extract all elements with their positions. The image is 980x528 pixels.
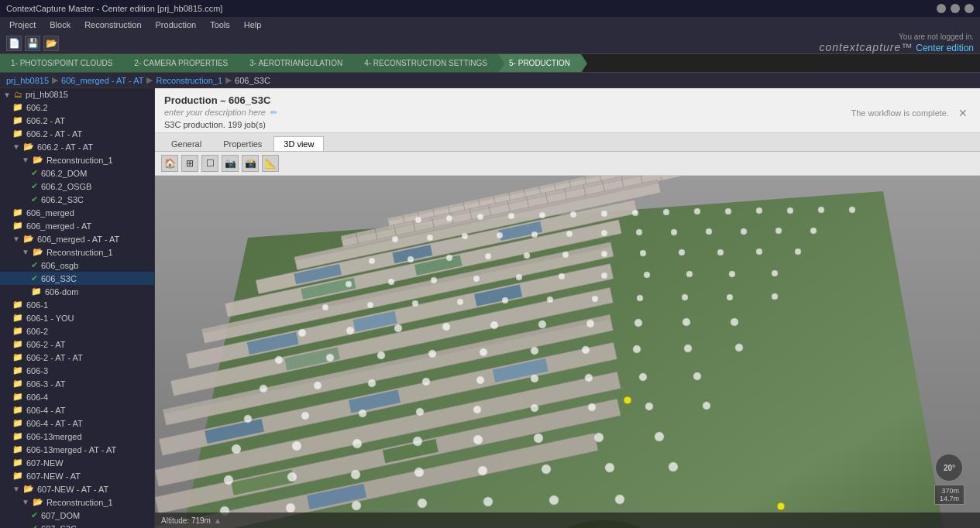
tree-item-15[interactable]: 📁 606-1 bbox=[0, 298, 154, 311]
scale-indicator: 370m 14.7m bbox=[934, 485, 965, 505]
svg-point-118 bbox=[346, 281, 352, 287]
tree-item-8[interactable]: 📁 606_merged bbox=[0, 206, 154, 219]
tree-item-20[interactable]: 📁 606-3 bbox=[0, 364, 154, 377]
tree-item-12[interactable]: ✔ 606_osgb bbox=[0, 259, 154, 272]
menu-production[interactable]: Production bbox=[150, 19, 203, 31]
screenshot-button[interactable]: 📸 bbox=[242, 155, 259, 172]
tree-item-17[interactable]: 📁 606-2 bbox=[0, 324, 154, 338]
tree-root[interactable]: ▼ 🗂 prj_hb0815 bbox=[0, 88, 154, 101]
tree-item-6[interactable]: ✔ 606.2_OSGB bbox=[0, 180, 154, 193]
svg-point-117 bbox=[795, 249, 801, 255]
svg-point-158 bbox=[684, 345, 692, 352]
tab-general[interactable]: General bbox=[161, 136, 211, 151]
minimize-button[interactable] bbox=[937, 4, 946, 13]
window-controls bbox=[937, 4, 974, 13]
svg-point-108 bbox=[446, 255, 452, 261]
tab-recon[interactable]: 4- RECONSTRUCTION SETTINGS bbox=[353, 54, 498, 72]
tree-item-7[interactable]: ✔ 606.2_S3C bbox=[0, 193, 154, 206]
tab-production[interactable]: 5- PRODUCTION bbox=[498, 54, 581, 72]
close-button[interactable] bbox=[965, 4, 974, 13]
tree-item-18[interactable]: 📁 606-2 - AT bbox=[0, 338, 154, 351]
tree-item-13[interactable]: ✔ 606_S3C bbox=[0, 272, 154, 285]
production-description[interactable]: enter your description here bbox=[164, 108, 266, 117]
svg-point-177 bbox=[703, 402, 710, 410]
grid-view-button[interactable]: ⊞ bbox=[181, 155, 198, 172]
tree-item-25[interactable]: 📁 606-13merged bbox=[0, 430, 154, 443]
maximize-button[interactable] bbox=[951, 4, 960, 13]
tree-root-label: prj_hb0815 bbox=[26, 90, 68, 99]
svg-point-114 bbox=[679, 249, 685, 255]
breadcrumb-item-2[interactable]: Reconstruction_1 bbox=[156, 76, 222, 85]
tree-item-24[interactable]: 📁 606-4 - AT - AT bbox=[0, 417, 154, 430]
sub-tabs: General Properties 3D view bbox=[155, 133, 980, 152]
menu-reconstruction[interactable]: Reconstruction bbox=[78, 19, 147, 31]
open-button[interactable]: 📂 bbox=[43, 36, 59, 51]
tree-item-14[interactable]: 📁 606-dom bbox=[0, 285, 154, 298]
tab-properties[interactable]: Properties bbox=[213, 136, 272, 151]
tree-item-16[interactable]: 📁 606-1 - YOU bbox=[0, 311, 154, 324]
svg-point-93 bbox=[392, 236, 398, 242]
tab-camera[interactable]: 2- CAMERA PROPERTIES bbox=[123, 54, 239, 72]
svg-point-155 bbox=[531, 347, 538, 355]
tree-item-9[interactable]: 📁 606_merged - AT bbox=[0, 219, 154, 232]
ruler-button[interactable]: 📐 bbox=[262, 155, 279, 172]
workflow-notification-close[interactable]: ✕ bbox=[958, 107, 968, 119]
svg-point-104 bbox=[775, 228, 782, 234]
home-view-button[interactable]: 🏠 bbox=[161, 155, 178, 172]
tree-item-0[interactable]: 📁 606.2 bbox=[0, 101, 154, 114]
svg-point-197 bbox=[418, 499, 427, 508]
svg-point-132 bbox=[457, 299, 463, 305]
brand-area: You are not logged in. contextcapture™ C… bbox=[819, 33, 974, 53]
tree-item-21[interactable]: 📁 606-3 - AT bbox=[0, 377, 154, 390]
menu-project[interactable]: Project bbox=[3, 19, 42, 31]
menu-help[interactable]: Help bbox=[238, 19, 268, 31]
svg-point-78 bbox=[415, 217, 421, 223]
tab-photos[interactable]: 1- PHOTOS/POINT CLOUDS bbox=[0, 54, 123, 72]
svg-point-130 bbox=[367, 302, 373, 308]
svg-point-120 bbox=[431, 277, 437, 283]
tree-item-30[interactable]: ▼ 📂 Reconstruction_1 bbox=[0, 495, 154, 509]
edit-description-button[interactable]: ✏ bbox=[270, 108, 277, 118]
svg-point-185 bbox=[655, 432, 664, 441]
svg-point-95 bbox=[462, 233, 468, 239]
svg-point-86 bbox=[663, 209, 669, 215]
svg-point-201 bbox=[624, 396, 631, 404]
breadcrumb-item-0[interactable]: prj_hb0815 bbox=[6, 76, 49, 85]
svg-point-184 bbox=[594, 433, 603, 442]
tree-item-28[interactable]: 📁 607-NEW - AT bbox=[0, 469, 154, 482]
tree-item-3[interactable]: ▼ 📂 606.2 - AT - AT bbox=[0, 140, 154, 153]
3d-viewport[interactable]: 20° 370m 14.7m Altitude: 719m ▲ bbox=[155, 176, 980, 528]
tree-item-4[interactable]: ▼ 📂 Reconstruction_1 bbox=[0, 153, 154, 166]
tree-item-10[interactable]: ▼ 📂 606_merged - AT - AT bbox=[0, 232, 154, 245]
svg-point-107 bbox=[407, 256, 414, 262]
tree-item-2[interactable]: 📁 606.2 - AT - AT bbox=[0, 127, 154, 140]
new-button[interactable]: 📄 bbox=[6, 36, 22, 51]
camera-button[interactable]: 📷 bbox=[222, 155, 239, 172]
svg-point-128 bbox=[772, 270, 778, 276]
tree-item-31[interactable]: ✔ 607_DOM bbox=[0, 509, 154, 522]
svg-point-139 bbox=[772, 293, 778, 300]
tree-item-22[interactable]: 📁 606-4 bbox=[0, 390, 154, 403]
svg-point-115 bbox=[717, 249, 724, 255]
save-button[interactable]: 💾 bbox=[25, 36, 40, 51]
tab-aerotri[interactable]: 3- AEROTRIANGULATION bbox=[239, 54, 353, 72]
svg-point-186 bbox=[224, 475, 233, 485]
tree-item-1[interactable]: 📁 606.2 - AT bbox=[0, 114, 154, 127]
tree-item-5[interactable]: ✔ 606.2_DOM bbox=[0, 166, 154, 180]
svg-point-166 bbox=[585, 374, 593, 382]
tree-item-23[interactable]: 📁 606-4 - AT bbox=[0, 403, 154, 417]
menu-tools[interactable]: Tools bbox=[204, 19, 236, 31]
tree-item-26[interactable]: 📁 606-13merged - AT - AT bbox=[0, 443, 154, 456]
tree-item-19[interactable]: 📁 606-2 - AT - AT bbox=[0, 351, 154, 364]
menu-block[interactable]: Block bbox=[43, 19, 77, 31]
tree-item-32[interactable]: ✔ 607_S3C bbox=[0, 522, 154, 528]
breadcrumb-item-1[interactable]: 606_merged - AT - AT bbox=[61, 76, 143, 85]
tree-item-29[interactable]: ▼ 📂 607-NEW - AT - AT bbox=[0, 482, 154, 495]
svg-point-191 bbox=[542, 465, 551, 474]
tree-item-11[interactable]: ▼ 📂 Reconstruction_1 bbox=[0, 245, 154, 259]
tree-item-27[interactable]: 📁 607-NEW bbox=[0, 456, 154, 469]
tab-3d-view[interactable]: 3D view bbox=[273, 136, 324, 151]
production-title: Production – 606_S3C bbox=[164, 94, 971, 106]
box-view-button[interactable]: ☐ bbox=[201, 155, 218, 172]
svg-point-88 bbox=[725, 208, 731, 214]
